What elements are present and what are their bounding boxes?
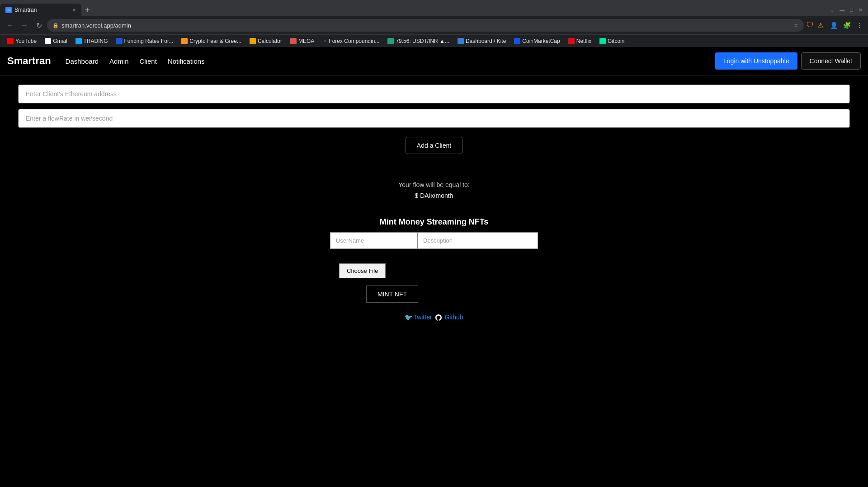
nav-links: Dashboard Admin Client Notifications <box>66 57 715 65</box>
youtube-favicon <box>7 38 14 44</box>
trading-favicon <box>75 38 82 44</box>
address-bar-icons: 🛡 ⚠ <box>806 20 825 31</box>
browser-chrome: S Smartran ✕ + ⌄ — □ ✕ ← → ↻ 🔒 smartran.… <box>0 0 868 47</box>
bookmark-label: Forex Compoundin... <box>329 38 379 44</box>
bookmark-label: CoinMarketCap <box>522 38 560 44</box>
login-unstoppable-button[interactable]: Login with Unstoppable <box>715 52 797 70</box>
github-link[interactable]: Github <box>444 314 463 321</box>
close-tab-icon[interactable]: ✕ <box>72 8 76 13</box>
nav-dashboard[interactable]: Dashboard <box>66 57 99 65</box>
cmc-favicon <box>514 38 520 44</box>
nav-notifications[interactable]: Notifications <box>168 57 205 65</box>
main-content: Add a Client Your flow will be equal to:… <box>0 75 868 330</box>
bookmark-crypto-fear[interactable]: Crypto Fear & Gree... <box>178 37 245 45</box>
usdt-favicon <box>387 38 394 44</box>
bookmark-label: Gitcoin <box>608 38 624 44</box>
close-window-icon[interactable]: ✕ <box>857 6 864 14</box>
brave-shield-icon[interactable]: 🛡 <box>806 20 815 30</box>
menu-icon[interactable]: ⋮ <box>854 21 864 30</box>
address-bar-row: ← → ↻ 🔒 smartran.vercel.app/admin ☆ 🛡 ⚠ … <box>0 16 868 34</box>
flow-label: Your flow will be equal to: <box>18 181 850 188</box>
nft-description-input[interactable] <box>417 232 538 249</box>
ethereum-address-input[interactable] <box>18 84 850 103</box>
brand-logo[interactable]: Smartran <box>7 55 51 67</box>
bookmark-label: Calculator <box>258 38 282 44</box>
bookmarks-bar: YouTube Gmail TRADING Funding Rates For.… <box>0 34 868 47</box>
nav-actions: Login with Unstoppable Connect Wallet <box>715 52 861 70</box>
tab-favicon: S <box>5 7 12 13</box>
github-icon-wrapper <box>435 314 444 321</box>
bookmark-gitcoin[interactable]: Gitcoin <box>596 37 628 45</box>
nav-admin[interactable]: Admin <box>109 57 129 65</box>
bookmark-forex[interactable]: ✕ Forex Compoundin... <box>319 37 383 45</box>
bookmark-label: YouTube <box>15 38 37 44</box>
bookmark-cmc[interactable]: CoinMarketCap <box>510 37 563 45</box>
tab-extras: ⌄ — □ ✕ <box>828 6 868 14</box>
lock-icon: 🔒 <box>52 23 59 28</box>
url-text: smartran.vercel.app/admin <box>61 22 791 29</box>
funding-favicon <box>116 38 123 44</box>
bookmark-label: Crypto Fear & Gree... <box>189 38 241 44</box>
bookmark-label: TRADING <box>84 38 108 44</box>
bookmark-gmail[interactable]: Gmail <box>41 37 71 45</box>
bookmark-label: Gmail <box>53 38 67 44</box>
choose-file-button[interactable]: Choose File <box>339 263 386 278</box>
restore-icon[interactable]: □ <box>848 6 855 14</box>
bookmark-label: Netflix <box>576 38 591 44</box>
flowrate-input[interactable] <box>18 109 850 128</box>
netflix-favicon <box>568 38 575 44</box>
calculator-favicon <box>250 38 256 44</box>
extensions-icon[interactable]: 🧩 <box>841 21 853 30</box>
minimize-icon[interactable]: — <box>838 6 846 14</box>
top-navigation: Smartran Dashboard Admin Client Notifica… <box>0 47 868 75</box>
bookmark-usdt[interactable]: 79.56: USDT/INR ▲... <box>384 37 453 45</box>
gitcoin-favicon <box>599 38 606 44</box>
bookmark-label: Dashboard / Kite <box>466 38 506 44</box>
nft-inputs <box>330 232 538 249</box>
reload-button[interactable]: ↻ <box>33 19 45 32</box>
add-client-section: Add a Client <box>18 137 850 154</box>
tab-search-icon[interactable]: ⌄ <box>828 6 836 14</box>
footer-links: 🐦Twitter Github <box>18 314 850 321</box>
github-icon <box>435 314 442 321</box>
twitter-icon: 🐦 <box>405 314 412 321</box>
nft-section-title: Mint Money Streaming NFTs <box>330 217 538 227</box>
kite-favicon <box>458 38 464 44</box>
nft-username-input[interactable] <box>330 232 417 249</box>
bookmark-calculator[interactable]: Calculator <box>246 37 286 45</box>
mint-nft-row: MINT NFT <box>330 286 538 303</box>
address-bar[interactable]: 🔒 smartran.vercel.app/admin ☆ <box>47 19 804 32</box>
mega-favicon <box>290 38 297 44</box>
bookmark-star-icon[interactable]: ☆ <box>793 22 798 28</box>
bookmark-funding[interactable]: Funding Rates For... <box>113 37 177 45</box>
bookmark-label: MEGA <box>298 38 314 44</box>
active-tab[interactable]: S Smartran ✕ <box>0 4 81 16</box>
new-tab-button[interactable]: + <box>81 5 94 15</box>
bookmark-kite[interactable]: Dashboard / Kite <box>454 37 509 45</box>
tab-title: Smartran <box>14 7 70 13</box>
connect-wallet-button[interactable]: Connect Wallet <box>801 52 861 70</box>
warning-icon[interactable]: ⚠ <box>816 20 825 31</box>
flow-value: $ DAIx/month <box>18 192 850 199</box>
profile-icon[interactable]: 👤 <box>828 21 840 30</box>
bookmark-label: Funding Rates For... <box>124 38 174 44</box>
bookmark-label: 79.56: USDT/INR ▲... <box>396 38 449 44</box>
nav-client[interactable]: Client <box>140 57 157 65</box>
twitter-link[interactable]: Twitter <box>413 314 432 321</box>
mint-nft-button[interactable]: MINT NFT <box>366 286 418 303</box>
back-button[interactable]: ← <box>4 19 16 32</box>
close-bookmark-icon[interactable]: ✕ <box>323 38 327 43</box>
app-wrapper: Smartran Dashboard Admin Client Notifica… <box>0 47 868 454</box>
forward-button[interactable]: → <box>18 19 31 32</box>
bookmark-netflix[interactable]: Netflix <box>565 37 595 45</box>
add-client-button[interactable]: Add a Client <box>406 137 462 154</box>
tab-bar: S Smartran ✕ + ⌄ — □ ✕ <box>0 0 868 16</box>
bookmark-trading[interactable]: TRADING <box>72 37 112 45</box>
file-upload-row: Choose File <box>330 263 538 278</box>
crypto-fear-favicon <box>181 38 188 44</box>
nft-section: Mint Money Streaming NFTs Choose File MI… <box>330 217 538 303</box>
bookmark-youtube[interactable]: YouTube <box>4 37 40 45</box>
bookmark-mega[interactable]: MEGA <box>287 37 318 45</box>
gmail-favicon <box>45 38 51 44</box>
flow-section: Your flow will be equal to: $ DAIx/month <box>18 181 850 199</box>
